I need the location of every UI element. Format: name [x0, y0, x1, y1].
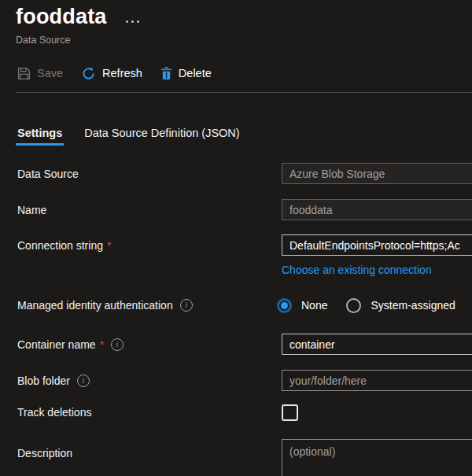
- refresh-label: Refresh: [102, 67, 142, 79]
- name-field: [282, 199, 472, 220]
- page-title: fooddata: [16, 5, 107, 29]
- datasource-settings-page: fooddata Data Source Save Refresh: [0, 0, 472, 476]
- name-label: Name: [17, 204, 46, 216]
- form-row-blob-folder: Blob folder i: [0, 370, 472, 391]
- info-icon[interactable]: i: [77, 375, 90, 387]
- tab-bar: Settings Data Source Definition (JSON): [17, 127, 240, 146]
- radio-none[interactable]: None: [277, 298, 327, 313]
- form-row-connection-link: Choose an existing connection: [0, 263, 472, 277]
- ellipsis-icon: [126, 20, 128, 23]
- form-row-container-name: Container name * i: [0, 334, 472, 355]
- save-label: Save: [37, 67, 63, 79]
- required-asterisk: *: [107, 239, 111, 252]
- connection-string-label: Connection string: [17, 239, 103, 252]
- track-deletions-label: Track deletions: [17, 406, 91, 419]
- refresh-button[interactable]: Refresh: [81, 66, 142, 81]
- managed-identity-label: Managed identity authentication: [17, 299, 173, 312]
- toolbar-divider: [16, 92, 472, 93]
- form-row-description: Description: [0, 439, 472, 476]
- connection-string-field[interactable]: [282, 234, 472, 256]
- form-row-name: Name: [0, 199, 472, 220]
- form-row-connection-string: Connection string *: [0, 234, 472, 256]
- info-icon[interactable]: i: [111, 338, 124, 351]
- page-subtitle: Data Source: [16, 35, 70, 46]
- radio-none-label: None: [301, 299, 327, 312]
- managed-identity-radio-group: None System-assigned: [277, 298, 472, 313]
- more-options-button[interactable]: [126, 17, 146, 26]
- container-name-label: Container name: [17, 338, 96, 351]
- choose-existing-connection-link[interactable]: Choose an existing connection: [282, 264, 432, 276]
- radio-system-assigned[interactable]: System-assigned: [346, 298, 455, 313]
- description-field[interactable]: [282, 439, 472, 476]
- required-asterisk: *: [100, 338, 104, 351]
- track-deletions-checkbox[interactable]: [282, 404, 298, 421]
- description-label: Description: [17, 447, 72, 459]
- save-button[interactable]: Save: [17, 67, 63, 80]
- form-row-managed-identity: Managed identity authentication i None S…: [0, 297, 472, 314]
- radio-selected-icon: [277, 298, 292, 313]
- data-source-field: [282, 163, 472, 184]
- radio-system-assigned-label: System-assigned: [371, 299, 455, 312]
- tab-settings[interactable]: Settings: [17, 127, 62, 146]
- container-name-field[interactable]: [282, 334, 472, 355]
- command-bar: Save Refresh Delete: [17, 63, 212, 83]
- refresh-icon: [81, 66, 96, 81]
- trash-icon: [160, 67, 172, 80]
- form-row-data-source: Data Source: [0, 163, 472, 184]
- tab-datasource-definition-json[interactable]: Data Source Definition (JSON): [84, 127, 239, 146]
- radio-unselected-icon: [346, 298, 361, 313]
- blob-folder-label: Blob folder: [17, 375, 70, 387]
- save-icon: [17, 67, 31, 80]
- blob-folder-field[interactable]: [282, 370, 472, 391]
- data-source-label: Data Source: [17, 168, 79, 180]
- form-row-track-deletions: Track deletions: [0, 404, 472, 421]
- delete-label: Delete: [179, 67, 212, 79]
- info-icon[interactable]: i: [180, 299, 193, 312]
- delete-button[interactable]: Delete: [160, 67, 212, 80]
